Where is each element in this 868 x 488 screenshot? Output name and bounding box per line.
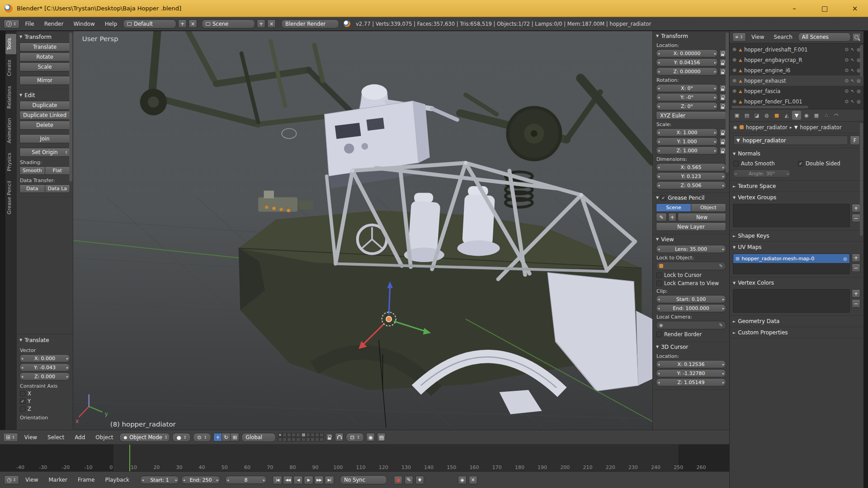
clip-start-field[interactable]: Start: 0.100 bbox=[656, 295, 726, 303]
gp-object-toggle[interactable]: Object bbox=[691, 203, 726, 212]
local-camera-picker[interactable]: ◉✎ bbox=[656, 321, 726, 329]
tab-render-layers-icon[interactable]: ▤ bbox=[742, 111, 751, 120]
jump-to-end-button[interactable]: ▶| bbox=[325, 476, 334, 484]
outliner-search-button[interactable] bbox=[852, 33, 861, 42]
pin-icon[interactable]: ◉ bbox=[733, 125, 737, 130]
render-still-button[interactable]: ◉ bbox=[366, 433, 375, 441]
manipulator-rotate-button[interactable]: ↻ bbox=[222, 433, 231, 441]
outliner-h-scrollbar[interactable] bbox=[731, 106, 808, 108]
fake-user-button[interactable]: F bbox=[850, 136, 860, 145]
render-animation-button[interactable]: ▤ bbox=[377, 433, 386, 441]
layer-cell[interactable] bbox=[306, 433, 310, 437]
tl-menu-playback[interactable]: Playback bbox=[101, 475, 133, 484]
toolshelf-scrollbar[interactable] bbox=[69, 33, 72, 182]
rotation-y-field[interactable]: Y: -0° bbox=[656, 93, 718, 101]
tab-texture-icon[interactable]: ▦ bbox=[812, 111, 821, 120]
auto-smooth-checkbox[interactable] bbox=[733, 161, 739, 166]
current-frame-playhead[interactable] bbox=[129, 445, 130, 471]
duplicate-linked-button[interactable]: Duplicate Linked bbox=[19, 111, 70, 120]
flat-button[interactable]: Flat bbox=[45, 166, 71, 175]
tab-particles-icon[interactable]: ∴ bbox=[822, 111, 831, 120]
scale-y-field[interactable]: Y: 1.000 bbox=[656, 137, 718, 145]
constraint-y-checkbox[interactable]: ✓ bbox=[20, 399, 25, 404]
remove-layout-button[interactable]: × bbox=[189, 19, 197, 28]
dimensions-x-field[interactable]: X: 0.565 bbox=[656, 163, 726, 171]
3d-viewport[interactable]: x y User Persp (8) hopper_radiator bbox=[73, 31, 652, 430]
editor-type-button-3dview[interactable]: ⊞↕ bbox=[3, 433, 18, 442]
vector-z-field[interactable]: Z: 0.000 bbox=[19, 372, 70, 380]
vp-menu-select[interactable]: Select bbox=[43, 433, 68, 442]
tab-tools[interactable]: Tools bbox=[5, 34, 16, 54]
uv-maps-header[interactable]: ▼UV Maps bbox=[733, 242, 860, 253]
vp-menu-add[interactable]: Add bbox=[71, 433, 89, 442]
pivot-dropdown[interactable]: ⊙↕ bbox=[193, 433, 211, 442]
eyedropper-icon[interactable]: ✎ bbox=[719, 323, 723, 328]
datablock-name-field[interactable]: ▼hopper_radiator bbox=[733, 136, 848, 145]
delete-button[interactable]: Delete bbox=[19, 121, 70, 130]
tl-menu-view[interactable]: View bbox=[21, 475, 42, 484]
lock-to-cursor-checkbox[interactable] bbox=[656, 272, 662, 278]
operator-panel-header[interactable]: ▼Translate bbox=[19, 335, 70, 345]
shape-keys-header[interactable]: ►Shape Keys bbox=[733, 230, 860, 241]
rotate-button[interactable]: Rotate bbox=[19, 52, 70, 61]
lock-icon[interactable] bbox=[719, 68, 726, 75]
translate-button[interactable]: Translate bbox=[19, 42, 70, 52]
rotation-mode-dropdown[interactable]: XYZ Euler bbox=[656, 111, 726, 120]
screen-layout-selector[interactable]: Default bbox=[123, 19, 176, 28]
duplicate-button[interactable]: Duplicate bbox=[19, 101, 70, 110]
add-uv-map-button[interactable]: + bbox=[852, 253, 860, 262]
lock-to-scene-icon[interactable] bbox=[326, 433, 333, 441]
menu-render[interactable]: Render bbox=[40, 19, 68, 28]
layer-cell[interactable] bbox=[302, 433, 306, 437]
outliner-item[interactable]: ⊕▲hopper_exhaust⊙↖◎ bbox=[730, 75, 863, 86]
tab-object-icon[interactable]: ■ bbox=[772, 111, 781, 120]
set-origin-button[interactable]: Set Origin↕ bbox=[19, 148, 70, 157]
end-frame-field[interactable]: End: 250 bbox=[181, 476, 220, 484]
location-x-field[interactable]: X: 0.00000 bbox=[656, 49, 718, 57]
dimensions-y-field[interactable]: Y: 0.123 bbox=[656, 172, 726, 180]
jump-to-start-button[interactable]: |◀ bbox=[273, 476, 282, 484]
snap-magnet-button[interactable] bbox=[335, 433, 344, 441]
minimize-button[interactable]: – bbox=[781, 0, 807, 17]
menu-window[interactable]: Window bbox=[69, 19, 99, 28]
tab-modifiers-icon[interactable]: ◭ bbox=[782, 111, 791, 120]
custom-properties-header[interactable]: ►Custom Properties bbox=[733, 327, 860, 338]
rotation-z-field[interactable]: Z: 0° bbox=[656, 102, 718, 110]
next-keyframe-button[interactable]: ▶▶ bbox=[314, 476, 324, 484]
timeline-track[interactable]: -40-30-20-100102030405060708090100110120… bbox=[0, 444, 729, 471]
uv-maps-list[interactable]: ⊞hopper_radiator-mesh-map-0◎ bbox=[733, 253, 850, 274]
remove-scene-button[interactable]: × bbox=[267, 19, 276, 28]
layer-cell[interactable] bbox=[292, 433, 296, 437]
auto-keyframe-button[interactable]: ✎ bbox=[405, 476, 413, 484]
add-vertex-color-button[interactable]: + bbox=[852, 289, 860, 298]
cursor-y-field[interactable]: Y: -1.32780 bbox=[656, 369, 726, 377]
layer-cell[interactable] bbox=[283, 437, 287, 441]
layer-cell[interactable] bbox=[296, 437, 300, 441]
vp-menu-view[interactable]: View bbox=[20, 433, 41, 442]
gp-add-button[interactable]: + bbox=[668, 213, 676, 221]
start-frame-field[interactable]: Start: 1 bbox=[140, 476, 179, 484]
tab-animation[interactable]: Animation bbox=[5, 114, 16, 147]
np-view-header[interactable]: ▼View bbox=[653, 235, 729, 244]
layer-cell[interactable] bbox=[287, 437, 291, 441]
geometry-data-header[interactable]: ►Geometry Data bbox=[733, 316, 860, 327]
np-3d-cursor-header[interactable]: ▼3D Cursor bbox=[653, 342, 729, 352]
snap-element-dropdown[interactable]: ⊡↕ bbox=[346, 433, 364, 442]
play-button[interactable]: ▶ bbox=[304, 476, 313, 484]
scale-button[interactable]: Scale bbox=[19, 62, 70, 71]
edit-panel-header[interactable]: ▼Edit bbox=[19, 90, 70, 100]
vertex-colors-header[interactable]: ▼Vertex Colors bbox=[733, 277, 860, 288]
close-button[interactable]: × bbox=[842, 0, 868, 17]
vertex-groups-list[interactable] bbox=[733, 204, 850, 227]
vertex-colors-list[interactable] bbox=[733, 289, 850, 313]
location-y-field[interactable]: Y: 0.04156 bbox=[656, 58, 718, 66]
layer-cell[interactable] bbox=[315, 433, 319, 437]
tl-menu-frame[interactable]: Frame bbox=[74, 475, 99, 484]
tab-relations[interactable]: Relations bbox=[5, 82, 16, 113]
expand-icon[interactable]: ⊕ bbox=[732, 47, 736, 52]
layer-cell[interactable] bbox=[302, 437, 306, 441]
layer-cell[interactable] bbox=[292, 437, 296, 441]
tl-menu-marker[interactable]: Marker bbox=[45, 475, 71, 484]
outliner-item[interactable]: ⊕▲hopper_engine_i6⊙↖◎ bbox=[730, 65, 863, 75]
render-icon[interactable]: ◎ bbox=[843, 256, 847, 261]
